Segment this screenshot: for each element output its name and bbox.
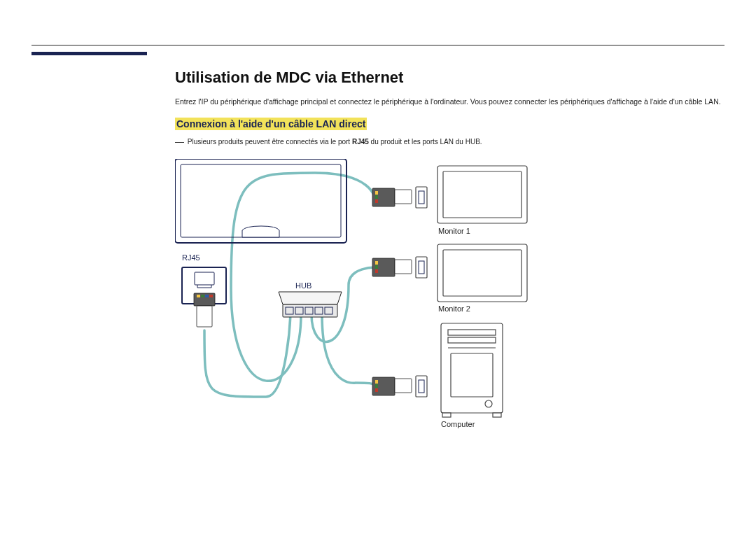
svg-rect-29 xyxy=(375,269,378,273)
rj45-block xyxy=(182,267,226,327)
svg-rect-8 xyxy=(205,295,209,297)
svg-rect-17 xyxy=(395,190,412,204)
svg-rect-37 xyxy=(438,166,527,223)
svg-rect-31 xyxy=(395,379,412,393)
note-dash-icon: ― xyxy=(175,136,184,147)
top-horizontal-rule xyxy=(31,45,724,45)
top-left-accent-bar xyxy=(31,52,147,55)
monitor2-label: Monitor 2 xyxy=(438,304,470,313)
svg-rect-27 xyxy=(375,261,378,265)
svg-rect-32 xyxy=(416,376,427,397)
svg-rect-38 xyxy=(443,171,522,218)
svg-rect-47 xyxy=(442,413,451,417)
svg-rect-26 xyxy=(419,261,424,274)
content-area: Utilisation de MDC via Ethernet Entrez l… xyxy=(175,69,724,460)
svg-rect-40 xyxy=(443,250,522,296)
svg-rect-9 xyxy=(209,295,213,297)
note-text-post: du produit et les ports LAN du HUB. xyxy=(369,138,482,146)
section-title: Utilisation de MDC via Ethernet xyxy=(175,69,724,87)
svg-rect-25 xyxy=(416,257,427,278)
rj45-connector-monitor1 xyxy=(372,187,427,208)
note-text-pre: Plusieurs produits peuvent être connecté… xyxy=(188,138,352,146)
svg-rect-41 xyxy=(441,323,503,413)
rj45-connector-computer xyxy=(372,376,427,397)
main-display xyxy=(175,159,346,243)
svg-rect-6 xyxy=(197,295,200,297)
svg-rect-39 xyxy=(438,244,527,302)
svg-rect-5 xyxy=(197,306,212,327)
rj45-connector-monitor2 xyxy=(372,257,427,278)
svg-rect-10 xyxy=(283,304,337,317)
svg-rect-48 xyxy=(493,413,501,417)
svg-rect-7 xyxy=(201,295,204,297)
note-text-bold: RJ45 xyxy=(352,138,369,146)
svg-rect-19 xyxy=(419,191,424,204)
hub-label: HUB xyxy=(295,281,312,290)
subsection-heading: Connexion à l'aide d'un câble LAN direct xyxy=(175,118,367,130)
svg-rect-18 xyxy=(416,187,427,208)
intro-paragraph: Entrez l'IP du périphérique d'affichage … xyxy=(175,97,724,108)
svg-rect-34 xyxy=(375,380,378,384)
svg-rect-20 xyxy=(375,191,378,195)
svg-rect-21 xyxy=(375,195,378,199)
network-hub xyxy=(279,292,342,317)
connection-diagram: .outline { fill:none; stroke:#1a2352; st… xyxy=(175,159,679,460)
monitor1-label: Monitor 1 xyxy=(438,227,470,235)
svg-rect-36 xyxy=(375,388,378,392)
svg-rect-3 xyxy=(195,272,214,285)
diagram-svg: .outline { fill:none; stroke:#1a2352; st… xyxy=(175,159,679,460)
svg-rect-28 xyxy=(375,265,378,269)
monitor-1 xyxy=(438,166,527,223)
svg-rect-33 xyxy=(419,380,424,393)
monitor-2 xyxy=(438,244,527,302)
rj45-label: RJ45 xyxy=(182,253,200,262)
svg-rect-24 xyxy=(395,260,412,274)
subsection-note: ― Plusieurs produits peuvent être connec… xyxy=(175,136,724,146)
computer-tower xyxy=(441,323,503,417)
svg-rect-22 xyxy=(375,199,378,203)
computer-label: Computer xyxy=(441,420,475,428)
svg-rect-35 xyxy=(375,384,378,388)
